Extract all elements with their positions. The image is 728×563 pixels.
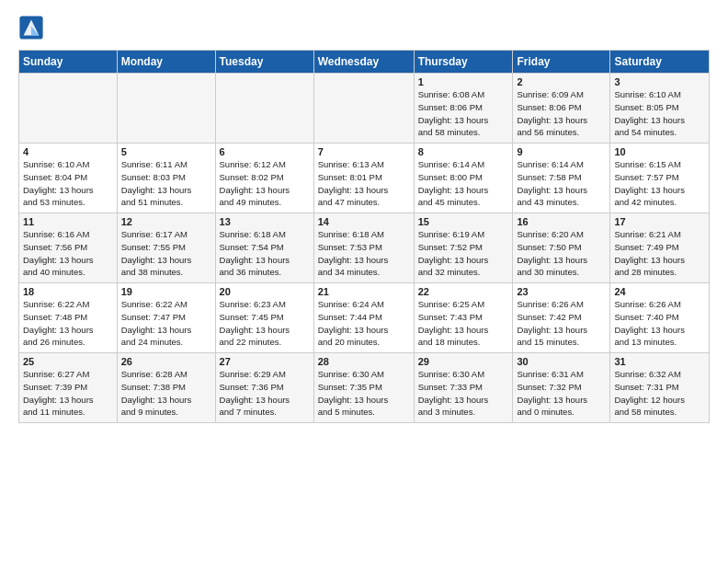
day-number: 15 xyxy=(418,216,509,227)
day-number: 29 xyxy=(418,356,509,367)
day-number: 11 xyxy=(23,216,113,227)
day-info: Sunrise: 6:12 AM Sunset: 8:02 PM Dayligh… xyxy=(220,158,310,209)
logo-icon xyxy=(18,15,44,40)
day-info: Sunrise: 6:22 AM Sunset: 7:47 PM Dayligh… xyxy=(121,298,211,349)
day-number: 3 xyxy=(614,76,705,87)
day-info: Sunrise: 6:30 AM Sunset: 7:33 PM Dayligh… xyxy=(418,368,509,419)
calendar-week-row: 11Sunrise: 6:16 AM Sunset: 7:56 PM Dayli… xyxy=(19,213,710,283)
day-info: Sunrise: 6:25 AM Sunset: 7:43 PM Dayligh… xyxy=(418,298,509,349)
calendar-cell xyxy=(117,74,215,144)
calendar-cell xyxy=(313,74,414,144)
day-info: Sunrise: 6:10 AM Sunset: 8:04 PM Dayligh… xyxy=(23,158,113,209)
day-number: 16 xyxy=(517,216,606,227)
calendar-cell: 28Sunrise: 6:30 AM Sunset: 7:35 PM Dayli… xyxy=(313,353,414,423)
calendar-cell: 23Sunrise: 6:26 AM Sunset: 7:42 PM Dayli… xyxy=(513,283,610,353)
day-number: 2 xyxy=(517,76,606,87)
day-number: 9 xyxy=(517,146,606,157)
day-number: 18 xyxy=(23,286,113,297)
day-info: Sunrise: 6:18 AM Sunset: 7:54 PM Dayligh… xyxy=(220,228,310,279)
day-number: 14 xyxy=(318,216,410,227)
day-info: Sunrise: 6:09 AM Sunset: 8:06 PM Dayligh… xyxy=(517,88,606,139)
calendar-cell: 8Sunrise: 6:14 AM Sunset: 8:00 PM Daylig… xyxy=(414,144,513,213)
day-info: Sunrise: 6:30 AM Sunset: 7:35 PM Dayligh… xyxy=(318,368,410,419)
calendar-cell: 7Sunrise: 6:13 AM Sunset: 8:01 PM Daylig… xyxy=(313,144,414,213)
day-info: Sunrise: 6:32 AM Sunset: 7:31 PM Dayligh… xyxy=(614,368,705,419)
day-number: 6 xyxy=(220,146,310,157)
day-number: 19 xyxy=(121,286,211,297)
day-info: Sunrise: 6:10 AM Sunset: 8:05 PM Dayligh… xyxy=(614,88,705,139)
calendar-week-row: 25Sunrise: 6:27 AM Sunset: 7:39 PM Dayli… xyxy=(19,353,710,423)
calendar-cell: 17Sunrise: 6:21 AM Sunset: 7:49 PM Dayli… xyxy=(610,213,710,283)
day-info: Sunrise: 6:17 AM Sunset: 7:55 PM Dayligh… xyxy=(121,228,211,279)
day-number: 24 xyxy=(614,286,705,297)
day-info: Sunrise: 6:26 AM Sunset: 7:42 PM Dayligh… xyxy=(517,298,606,349)
calendar-cell: 21Sunrise: 6:24 AM Sunset: 7:44 PM Dayli… xyxy=(313,283,414,353)
day-info: Sunrise: 6:15 AM Sunset: 7:57 PM Dayligh… xyxy=(614,158,705,209)
calendar-cell: 20Sunrise: 6:23 AM Sunset: 7:45 PM Dayli… xyxy=(215,283,313,353)
day-info: Sunrise: 6:08 AM Sunset: 8:06 PM Dayligh… xyxy=(418,88,509,139)
calendar-cell: 14Sunrise: 6:18 AM Sunset: 7:53 PM Dayli… xyxy=(313,213,414,283)
day-info: Sunrise: 6:27 AM Sunset: 7:39 PM Dayligh… xyxy=(23,368,113,419)
calendar-cell: 25Sunrise: 6:27 AM Sunset: 7:39 PM Dayli… xyxy=(19,353,118,423)
header xyxy=(18,15,710,40)
day-number: 8 xyxy=(418,146,509,157)
calendar-cell: 18Sunrise: 6:22 AM Sunset: 7:48 PM Dayli… xyxy=(19,283,118,353)
calendar-cell: 9Sunrise: 6:14 AM Sunset: 7:58 PM Daylig… xyxy=(513,144,610,213)
day-of-week-header: Monday xyxy=(117,51,215,74)
day-of-week-header: Saturday xyxy=(610,51,710,74)
day-info: Sunrise: 6:20 AM Sunset: 7:50 PM Dayligh… xyxy=(517,228,606,279)
logo xyxy=(18,15,48,40)
day-number: 22 xyxy=(418,286,509,297)
calendar-cell: 1Sunrise: 6:08 AM Sunset: 8:06 PM Daylig… xyxy=(414,74,513,144)
day-number: 27 xyxy=(220,356,310,367)
calendar-cell: 26Sunrise: 6:28 AM Sunset: 7:38 PM Dayli… xyxy=(117,353,215,423)
calendar-cell: 12Sunrise: 6:17 AM Sunset: 7:55 PM Dayli… xyxy=(117,213,215,283)
day-info: Sunrise: 6:14 AM Sunset: 7:58 PM Dayligh… xyxy=(517,158,606,209)
calendar-cell: 13Sunrise: 6:18 AM Sunset: 7:54 PM Dayli… xyxy=(215,213,313,283)
calendar-cell: 5Sunrise: 6:11 AM Sunset: 8:03 PM Daylig… xyxy=(117,144,215,213)
calendar-cell xyxy=(215,74,313,144)
day-of-week-header: Thursday xyxy=(414,51,513,74)
day-info: Sunrise: 6:19 AM Sunset: 7:52 PM Dayligh… xyxy=(418,228,509,279)
day-number: 17 xyxy=(614,216,705,227)
day-number: 12 xyxy=(121,216,211,227)
day-number: 4 xyxy=(23,146,113,157)
calendar-cell: 19Sunrise: 6:22 AM Sunset: 7:47 PM Dayli… xyxy=(117,283,215,353)
day-info: Sunrise: 6:31 AM Sunset: 7:32 PM Dayligh… xyxy=(517,368,606,419)
day-number: 21 xyxy=(318,286,410,297)
calendar-cell: 22Sunrise: 6:25 AM Sunset: 7:43 PM Dayli… xyxy=(414,283,513,353)
calendar-cell: 4Sunrise: 6:10 AM Sunset: 8:04 PM Daylig… xyxy=(19,144,118,213)
calendar-cell: 3Sunrise: 6:10 AM Sunset: 8:05 PM Daylig… xyxy=(610,74,710,144)
day-of-week-header: Sunday xyxy=(19,51,118,74)
day-info: Sunrise: 6:22 AM Sunset: 7:48 PM Dayligh… xyxy=(23,298,113,349)
day-info: Sunrise: 6:18 AM Sunset: 7:53 PM Dayligh… xyxy=(318,228,410,279)
day-number: 30 xyxy=(517,356,606,367)
day-number: 1 xyxy=(418,76,509,87)
day-number: 20 xyxy=(220,286,310,297)
day-number: 13 xyxy=(220,216,310,227)
day-number: 28 xyxy=(318,356,410,367)
calendar-cell: 31Sunrise: 6:32 AM Sunset: 7:31 PM Dayli… xyxy=(610,353,710,423)
day-info: Sunrise: 6:29 AM Sunset: 7:36 PM Dayligh… xyxy=(220,368,310,419)
day-info: Sunrise: 6:16 AM Sunset: 7:56 PM Dayligh… xyxy=(23,228,113,279)
day-info: Sunrise: 6:11 AM Sunset: 8:03 PM Dayligh… xyxy=(121,158,211,209)
day-of-week-header: Wednesday xyxy=(313,51,414,74)
calendar-cell: 29Sunrise: 6:30 AM Sunset: 7:33 PM Dayli… xyxy=(414,353,513,423)
calendar-week-row: 1Sunrise: 6:08 AM Sunset: 8:06 PM Daylig… xyxy=(19,74,710,144)
calendar-cell: 15Sunrise: 6:19 AM Sunset: 7:52 PM Dayli… xyxy=(414,213,513,283)
day-of-week-header: Friday xyxy=(513,51,610,74)
calendar-week-row: 18Sunrise: 6:22 AM Sunset: 7:48 PM Dayli… xyxy=(19,283,710,353)
calendar-cell: 2Sunrise: 6:09 AM Sunset: 8:06 PM Daylig… xyxy=(513,74,610,144)
calendar-table: SundayMondayTuesdayWednesdayThursdayFrid… xyxy=(18,50,710,423)
calendar-cell: 10Sunrise: 6:15 AM Sunset: 7:57 PM Dayli… xyxy=(610,144,710,213)
day-number: 7 xyxy=(318,146,410,157)
calendar-cell xyxy=(19,74,118,144)
day-number: 23 xyxy=(517,286,606,297)
calendar-header-row: SundayMondayTuesdayWednesdayThursdayFrid… xyxy=(19,51,710,74)
day-of-week-header: Tuesday xyxy=(215,51,313,74)
day-info: Sunrise: 6:26 AM Sunset: 7:40 PM Dayligh… xyxy=(614,298,705,349)
day-info: Sunrise: 6:28 AM Sunset: 7:38 PM Dayligh… xyxy=(121,368,211,419)
day-info: Sunrise: 6:24 AM Sunset: 7:44 PM Dayligh… xyxy=(318,298,410,349)
calendar-cell: 6Sunrise: 6:12 AM Sunset: 8:02 PM Daylig… xyxy=(215,144,313,213)
calendar-cell: 16Sunrise: 6:20 AM Sunset: 7:50 PM Dayli… xyxy=(513,213,610,283)
